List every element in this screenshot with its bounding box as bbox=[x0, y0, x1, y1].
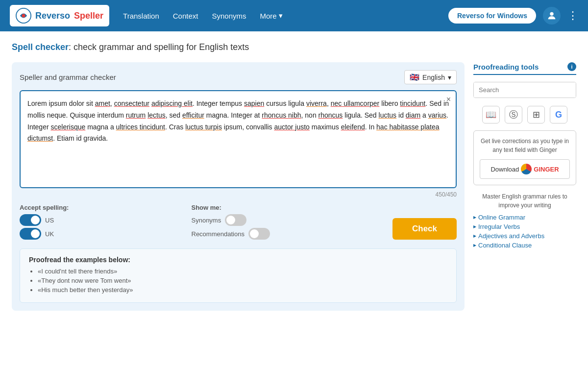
ginger-promo: Get live corrections as you type in any … bbox=[473, 130, 576, 185]
word-adipiscing: adipiscing elit bbox=[151, 99, 193, 107]
grammar-link-adjectives[interactable]: Adjectives and Adverbs bbox=[473, 232, 576, 240]
ginger-brand-label: GINGER bbox=[534, 166, 559, 173]
word-luctus2: luctus turpis bbox=[185, 123, 222, 131]
grid-icon[interactable]: ⊞ bbox=[527, 106, 545, 123]
chevron-down-icon: ▾ bbox=[279, 11, 283, 20]
word-rhoncus2: rhoncus bbox=[318, 111, 343, 119]
logo-icon bbox=[16, 8, 31, 24]
word-luctus: luctus bbox=[379, 111, 397, 119]
kebab-menu-icon[interactable]: ⋮ bbox=[567, 9, 578, 22]
word-amet: amet bbox=[95, 99, 110, 107]
word-eleifend: eleifend bbox=[341, 123, 365, 131]
show-me-section: Show me: Synonyms Recommendations bbox=[192, 204, 270, 240]
word-nec: nec ullamcorper bbox=[331, 99, 380, 107]
lang-chevron-icon: ▾ bbox=[448, 74, 451, 81]
logo-reverso: Reverso bbox=[35, 11, 70, 21]
page-title-suffix: : check grammar and spelling for English… bbox=[69, 42, 249, 52]
word-hac: hac habitasse platea dictumst bbox=[27, 123, 440, 143]
accept-spelling-label: Accept spelling: bbox=[20, 204, 69, 211]
page-title-prefix: Spell checker bbox=[12, 42, 69, 52]
examples-title: Proofread the examples below: bbox=[29, 256, 447, 264]
recommendations-toggle[interactable] bbox=[248, 228, 270, 240]
more-label: More bbox=[260, 12, 276, 20]
language-label: English bbox=[422, 74, 445, 81]
right-panel: Proofreading tools i 📖 Ⓢ ⊞ G Get live co… bbox=[473, 62, 576, 311]
grammar-link-online[interactable]: Online Grammar bbox=[473, 214, 576, 221]
header-left: ReversoSpeller Translation Context Synon… bbox=[10, 5, 283, 26]
show-me-label: Show me: bbox=[192, 204, 270, 211]
grammar-title: Master English grammar rules to improve … bbox=[473, 192, 576, 210]
user-icon[interactable] bbox=[543, 7, 561, 25]
word-rutrum: rutrum bbox=[126, 111, 146, 119]
header: ReversoSpeller Translation Context Synon… bbox=[0, 0, 588, 31]
word-varius: varius bbox=[428, 111, 446, 119]
user-svg bbox=[546, 10, 557, 21]
uk-toggle-row: UK bbox=[20, 228, 69, 240]
word-auctor: auctor justo bbox=[274, 123, 310, 131]
logo[interactable]: ReversoSpeller bbox=[10, 5, 109, 26]
book-icon[interactable]: 📖 bbox=[482, 106, 500, 123]
g-icon[interactable]: G bbox=[550, 106, 567, 123]
uk-toggle[interactable] bbox=[20, 228, 41, 240]
proofreading-header: Proofreading tools i bbox=[473, 62, 576, 75]
word-diam: diam bbox=[406, 111, 420, 119]
ginger-download-label: Download bbox=[490, 166, 519, 173]
synonyms-toggle[interactable] bbox=[225, 214, 246, 226]
word-lectus: lectus bbox=[147, 111, 166, 119]
left-panel: Speller and grammar checker 🇬🇧 English ▾… bbox=[12, 62, 465, 311]
accept-spelling-section: Accept spelling: US UK bbox=[20, 204, 69, 240]
flag-icon: 🇬🇧 bbox=[410, 73, 419, 82]
example-2: «They dont now were Tom went» bbox=[38, 277, 447, 284]
grammar-link-irregular[interactable]: Irregular Verbs bbox=[473, 223, 576, 230]
language-selector[interactable]: 🇬🇧 English ▾ bbox=[404, 70, 457, 84]
recommendations-toggle-row: Recommendations bbox=[192, 228, 270, 240]
panel-header: Speller and grammar checker 🇬🇧 English ▾ bbox=[20, 70, 457, 84]
word-rhoncus1: rhoncus nibh bbox=[262, 111, 301, 119]
word-tincidunt: tincidunt bbox=[400, 99, 425, 107]
us-label: US bbox=[45, 217, 54, 224]
svg-point-2 bbox=[550, 12, 553, 16]
proofreading-title: Proofreading tools bbox=[473, 63, 539, 71]
page-title: Spell checker: check grammar and spellin… bbox=[0, 31, 588, 57]
close-button[interactable]: × bbox=[446, 95, 451, 104]
tool-icons: 📖 Ⓢ ⊞ G bbox=[473, 106, 576, 123]
logo-speller: Speller bbox=[74, 11, 103, 21]
panel-title: Speller and grammar checker bbox=[20, 73, 116, 81]
examples-box: Proofread the examples below: «I could'n… bbox=[20, 248, 457, 303]
word-viverra: viverra bbox=[306, 99, 327, 107]
nav-synonyms[interactable]: Synonyms bbox=[212, 12, 246, 20]
ginger-logo bbox=[521, 164, 532, 174]
search-input[interactable] bbox=[474, 82, 576, 98]
us-toggle[interactable] bbox=[20, 214, 41, 226]
text-area-wrapper: × Lorem ipsum dolor sit amet, consectetu… bbox=[20, 90, 457, 188]
word-scelerisque: scelerisque bbox=[50, 123, 85, 131]
word-sapien: sapien bbox=[244, 99, 264, 107]
svg-point-1 bbox=[22, 14, 25, 17]
example-1: «I could'nt tell there friends» bbox=[38, 268, 447, 275]
synonyms-label: Synonyms bbox=[192, 217, 221, 224]
main-layout: Speller and grammar checker 🇬🇧 English ▾… bbox=[0, 57, 588, 322]
dollar-icon[interactable]: Ⓢ bbox=[505, 106, 522, 123]
word-efficitur: efficitur bbox=[182, 111, 204, 119]
reverso-windows-button[interactable]: Reverso for Windows bbox=[448, 8, 536, 24]
text-content[interactable]: Lorem ipsum dolor sit amet, consectetur … bbox=[27, 98, 449, 145]
word-consectetur: consectetur bbox=[114, 99, 149, 107]
nav-translation[interactable]: Translation bbox=[123, 12, 159, 20]
ginger-download-button[interactable]: Download GINGER bbox=[480, 159, 570, 179]
controls-row: Accept spelling: US UK Show me: Synonyms bbox=[20, 204, 457, 240]
check-button[interactable]: Check bbox=[392, 218, 457, 240]
uk-label: UK bbox=[45, 230, 54, 238]
header-right: Reverso for Windows ⋮ bbox=[448, 7, 578, 25]
grammar-section: Master English grammar rules to improve … bbox=[473, 192, 576, 249]
synonyms-toggle-row: Synonyms bbox=[192, 214, 270, 226]
recommendations-label: Recommendations bbox=[192, 230, 245, 238]
ginger-promo-text: Get live corrections as you type in any … bbox=[480, 137, 570, 154]
more-menu[interactable]: More ▾ bbox=[260, 11, 282, 20]
us-toggle-row: US bbox=[20, 214, 69, 226]
example-3: «His much better then yesterday» bbox=[38, 286, 447, 294]
grammar-link-conditional[interactable]: Conditional Clause bbox=[473, 242, 576, 249]
nav-context[interactable]: Context bbox=[173, 12, 198, 20]
word-ultrices: ultrices tincidunt bbox=[116, 123, 165, 131]
examples-list: «I could'nt tell there friends» «They do… bbox=[29, 268, 447, 294]
info-icon[interactable]: i bbox=[567, 62, 576, 71]
